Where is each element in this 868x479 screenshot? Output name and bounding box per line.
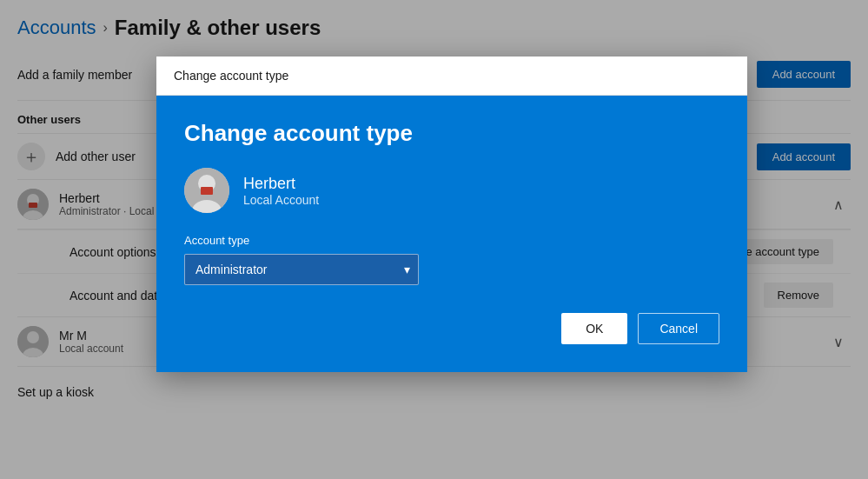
modal-heading: Change account type — [184, 120, 719, 147]
modal-titlebar: Change account type — [156, 57, 747, 96]
ok-button[interactable]: OK — [561, 313, 627, 344]
account-type-dropdown-wrapper: Administrator Standard User ▾ — [184, 254, 419, 285]
account-type-label: Account type — [184, 234, 719, 247]
modal-actions: OK Cancel — [184, 313, 719, 344]
modal-body: Change account type Herbert Local Accoun… — [156, 96, 747, 372]
modal-user-sub: Local Account — [243, 193, 319, 207]
modal-user-name: Herbert — [243, 175, 319, 193]
svg-rect-10 — [201, 187, 213, 195]
modal-overlay: Change account type Change account type … — [0, 0, 868, 479]
account-type-select[interactable]: Administrator Standard User — [184, 254, 419, 285]
modal-user-card-info: Herbert Local Account — [243, 175, 319, 207]
modal-titlebar-text: Change account type — [174, 69, 288, 83]
modal-user-avatar — [184, 168, 229, 213]
modal-user-card: Herbert Local Account — [184, 168, 719, 213]
cancel-button[interactable]: Cancel — [638, 313, 719, 344]
change-account-type-modal: Change account type Change account type … — [156, 57, 747, 372]
